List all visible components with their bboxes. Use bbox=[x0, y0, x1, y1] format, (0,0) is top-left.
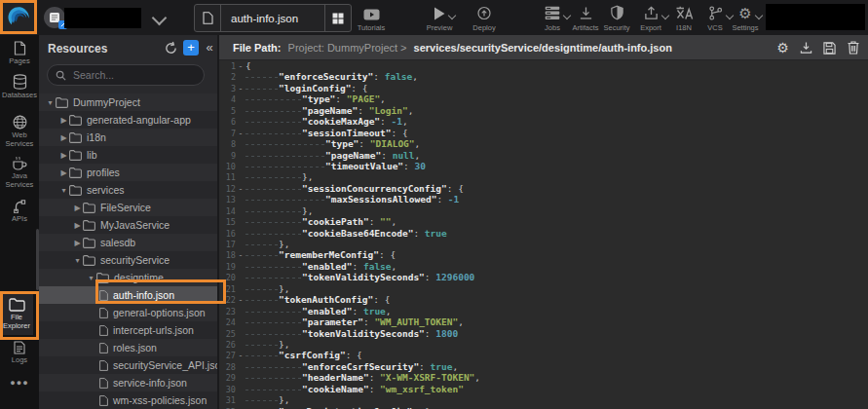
tree-item-designtime[interactable]: ▾designtime bbox=[39, 269, 217, 286]
app-logo-button[interactable] bbox=[0, 0, 37, 35]
tree-item-i18n[interactable]: ▶i18n bbox=[39, 129, 217, 146]
topbar-item-settings[interactable]: ⚙ Settings bbox=[723, 6, 768, 32]
tree-item-services[interactable]: ▾services bbox=[39, 181, 217, 199]
chevron-expanded-icon[interactable]: ▾ bbox=[58, 186, 69, 195]
tree-item-generated-angular-app[interactable]: ▶generated-angular-app bbox=[39, 111, 217, 129]
code-line-19[interactable]: 19"enabled": false, bbox=[219, 261, 868, 272]
code-line-29[interactable]: 29"headerName": "X-WM-XSRF-TOKEN", bbox=[219, 372, 868, 383]
tree-item-securityservice[interactable]: ▾securityService bbox=[39, 251, 217, 269]
tree-item-label: generated-angular-app bbox=[87, 114, 191, 126]
chevron-collapsed-icon[interactable]: ▶ bbox=[58, 133, 69, 142]
sidebar-item-databases[interactable]: Databases bbox=[0, 74, 39, 100]
sidebar-item-label: Web Services bbox=[0, 131, 39, 148]
preview-chevron-icon[interactable] bbox=[448, 12, 456, 19]
code-line-13[interactable]: 13"maxSessionsAllowed": -1 bbox=[219, 194, 868, 204]
sidebar-item-file-explorer[interactable]: File Explorer bbox=[0, 294, 33, 335]
code-line-25[interactable]: 25"tokenValiditySeconds": 1800 bbox=[219, 328, 868, 339]
tree-item-lib[interactable]: ▶lib bbox=[39, 146, 217, 164]
sidebar-item-pages[interactable]: Pages bbox=[0, 41, 39, 66]
dashboard-grid-icon[interactable] bbox=[324, 5, 351, 31]
tree-item-dummyproject[interactable]: ▾DummyProject bbox=[39, 93, 217, 111]
code-line-4[interactable]: 4"type": "PAGE", bbox=[219, 93, 868, 104]
tree-item-intercept-urls-json[interactable]: intercept-urls.json bbox=[39, 321, 217, 339]
tree-item-wm-xss-policies-json[interactable]: wm-xss-policies.json bbox=[39, 391, 217, 409]
code-line-27[interactable]: 27-"csrfConfig": { bbox=[219, 350, 868, 360]
sidebar-item-more[interactable]: ●●● bbox=[0, 378, 39, 388]
indent-guide bbox=[245, 328, 302, 338]
sidebar-item-apis[interactable]: APIs bbox=[0, 199, 39, 224]
file-icon bbox=[99, 395, 108, 406]
code-line-14[interactable]: 14}, bbox=[219, 205, 868, 216]
code-line-11[interactable]: 11}, bbox=[219, 171, 868, 182]
code-line-16[interactable]: 16"cookieBase64Encode": true bbox=[219, 228, 868, 239]
topbar-item-label: Settings bbox=[732, 23, 758, 32]
topbar-item-tutorials[interactable]: Tutorials bbox=[349, 6, 394, 32]
refresh-icon[interactable] bbox=[164, 41, 179, 56]
tree-item-service-info-json[interactable]: service-info.json bbox=[39, 374, 217, 391]
code-line-12[interactable]: 12-"sessionConcurrencyConfig": { bbox=[219, 183, 868, 194]
tree-item-salesdb[interactable]: ▶salesdb bbox=[39, 234, 217, 251]
code-line-8[interactable]: 8"type": "DIALOG", bbox=[219, 138, 868, 149]
chevron-collapsed-icon[interactable]: ▶ bbox=[72, 239, 83, 247]
tree-item-profiles[interactable]: ▶profiles bbox=[39, 164, 217, 181]
sidebar-item-java-services[interactable]: Java Services bbox=[0, 156, 39, 189]
chevron-collapsed-icon[interactable]: ▶ bbox=[72, 204, 83, 212]
topbar-item-preview[interactable]: Preview bbox=[417, 6, 462, 32]
code-line-3[interactable]: 3-"loginConfig": { bbox=[219, 83, 868, 93]
code-line-9[interactable]: 9"pageName": null, bbox=[219, 150, 868, 161]
code-line-1[interactable]: 1-{ bbox=[219, 60, 868, 71]
tree-item-roles-json[interactable]: roles.json bbox=[39, 339, 217, 356]
editor-save-icon[interactable] bbox=[822, 40, 837, 56]
chevron-collapsed-icon[interactable]: ▶ bbox=[58, 116, 69, 125]
collapse-panel-icon[interactable]: « bbox=[204, 40, 215, 56]
editor-pane: File Path: Project: DummyProject > servi… bbox=[219, 35, 868, 409]
editor-delete-trash-icon[interactable] bbox=[846, 40, 860, 56]
code-line-5[interactable]: 5"pageName": "Login", bbox=[219, 105, 868, 116]
code-line-2[interactable]: 2"enforceSecurity": false, bbox=[219, 71, 868, 82]
code-line-15[interactable]: 15"cookiePath": "", bbox=[219, 216, 868, 227]
tree-item-myjavaservice[interactable]: ▶MyJavaService bbox=[39, 216, 217, 234]
project-avatar[interactable] bbox=[44, 7, 65, 28]
project-switcher-chevron-icon[interactable] bbox=[152, 11, 168, 26]
chevron-collapsed-icon[interactable]: ▶ bbox=[58, 151, 69, 160]
chevron-collapsed-icon[interactable]: ▶ bbox=[58, 168, 69, 177]
editor-download-icon[interactable] bbox=[799, 40, 813, 56]
code-line-31[interactable]: 31}, bbox=[219, 394, 868, 405]
chevron-collapsed-icon[interactable]: ▶ bbox=[72, 221, 83, 230]
code-line-6[interactable]: 6"cookieMaxAge": -1, bbox=[219, 116, 868, 127]
sidebar-item-web-services[interactable]: Web Services bbox=[0, 115, 39, 148]
code-line-32[interactable]: 32-"userRegistrationConfig": { bbox=[219, 406, 868, 409]
tree-item-fileservice[interactable]: ▶FileService bbox=[39, 199, 217, 216]
code-line-7[interactable]: 7-"sessionTimeout": { bbox=[219, 128, 868, 138]
code-line-20[interactable]: 20"tokenValiditySeconds": 1296000 bbox=[219, 272, 868, 282]
tree-item-general-options-json[interactable]: general-options.json bbox=[39, 304, 217, 321]
add-resource-button[interactable]: + bbox=[183, 40, 199, 56]
indent-guide bbox=[245, 261, 302, 271]
editor-settings-gear-icon[interactable]: ⚙ bbox=[775, 40, 790, 56]
resources-search[interactable] bbox=[47, 64, 205, 86]
tree-item-auth-info-json[interactable]: auth-info.json bbox=[39, 286, 217, 304]
open-file-tab[interactable]: auth-info.json bbox=[194, 4, 352, 32]
chevron-expanded-icon[interactable]: ▾ bbox=[86, 274, 96, 282]
apis-connector-icon bbox=[13, 199, 26, 213]
code-editor[interactable]: 1-{2"enforceSecurity": false,3-"loginCon… bbox=[219, 60, 868, 409]
search-input[interactable] bbox=[71, 68, 192, 82]
code-line-10[interactable]: 10"timeoutValue": 30 bbox=[219, 161, 868, 171]
top-bar: auth-info.json Tutorials Preview bbox=[0, 0, 868, 36]
code-line-22[interactable]: 22-"tokenAuthConfig": { bbox=[219, 294, 868, 305]
code-line-23[interactable]: 23"enabled": true, bbox=[219, 306, 868, 316]
sidebar-item-logs[interactable]: Logs bbox=[0, 341, 39, 365]
code-line-28[interactable]: 28"enforceCsrfSecurity": true, bbox=[219, 361, 868, 372]
chevron-expanded-icon[interactable]: ▾ bbox=[45, 98, 56, 107]
code-line-30[interactable]: 30"cookieName": "wm_xsrf_token" bbox=[219, 384, 868, 394]
code-line-24[interactable]: 24"parameter": "WM_AUTH_TOKEN", bbox=[219, 316, 868, 327]
code-line-21[interactable]: 21}, bbox=[219, 283, 868, 294]
code-line-17[interactable]: 17}, bbox=[219, 239, 868, 249]
topbar-item-deploy[interactable]: Deploy bbox=[462, 6, 507, 32]
tree-item-securityservice-api-json[interactable]: securityService_API.json bbox=[39, 356, 217, 374]
chevron-expanded-icon[interactable]: ▾ bbox=[72, 256, 83, 265]
code-line-18[interactable]: 18-"rememberMeConfig": { bbox=[219, 249, 868, 260]
fold-toggle-icon[interactable]: - bbox=[236, 295, 245, 306]
code-line-26[interactable]: 26}, bbox=[219, 339, 868, 350]
settings-chevron-icon[interactable] bbox=[754, 12, 762, 19]
